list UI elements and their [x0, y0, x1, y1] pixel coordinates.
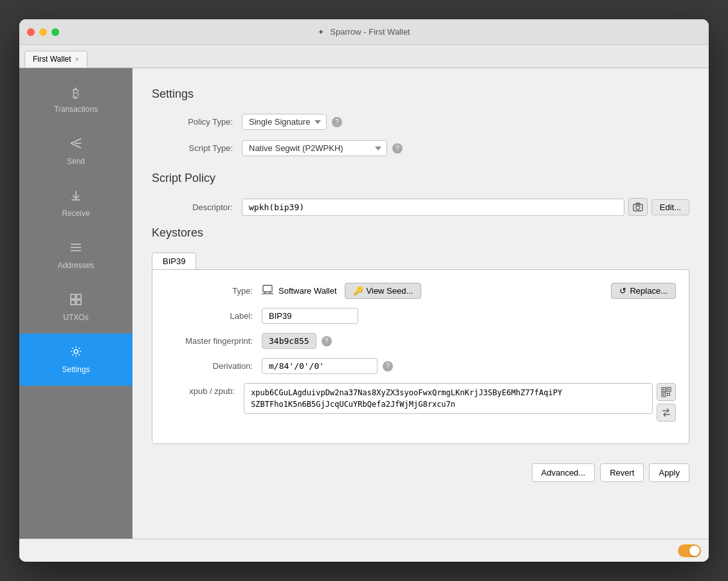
svg-line-0	[71, 139, 81, 143]
toggle-knob	[689, 546, 700, 556]
main-window: ✦ Sparrow - First Wallet First Wallet × …	[19, 19, 709, 562]
keystores-title: Keystores	[152, 226, 689, 240]
edit-button[interactable]: Edit...	[651, 199, 689, 215]
xpub-label: xpub / zpub:	[165, 383, 244, 396]
policy-type-row: Policy Type: Single Signature Multi Sign…	[152, 114, 689, 130]
revert-button[interactable]: Revert	[600, 463, 644, 482]
policy-type-control: Single Signature Multi Signature ?	[242, 114, 342, 130]
close-button[interactable]	[27, 28, 35, 36]
receive-icon	[69, 189, 82, 205]
replace-button[interactable]: ↺ Replace...	[611, 283, 676, 299]
sidebar-item-utxos[interactable]: UTXOs	[19, 282, 132, 334]
descriptor-row: Descriptor: Edit...	[152, 198, 689, 216]
software-wallet-label: Software Wallet	[278, 286, 337, 296]
sidebar-item-addresses[interactable]: Addresses	[19, 229, 132, 282]
keystore-panel: Type: Software Wallet	[152, 269, 689, 444]
content-area: Settings Policy Type: Single Signature M…	[132, 68, 709, 539]
fingerprint-label: Master fingerprint:	[165, 336, 262, 346]
footer-buttons: Advanced... Revert Apply	[152, 463, 689, 488]
key-icon: 🔑	[353, 286, 363, 296]
svg-rect-27	[667, 395, 668, 396]
svg-line-1	[71, 143, 81, 148]
script-type-control: Native Segwit (P2WPKH) Nested Segwit (P2…	[242, 140, 403, 156]
svg-rect-10	[71, 300, 75, 305]
label-input[interactable]	[262, 308, 358, 324]
bottom-bar	[19, 539, 709, 562]
script-type-label: Script Type:	[152, 143, 242, 153]
policy-type-help-icon[interactable]: ?	[332, 117, 342, 127]
script-policy-section: Script Policy Descriptor: Edit...	[152, 172, 689, 216]
label-row: Label:	[165, 308, 676, 324]
sidebar: ₿ Transactions Send	[19, 68, 132, 539]
descriptor-input[interactable]	[242, 199, 624, 216]
script-type-row: Script Type: Native Segwit (P2WPKH) Nest…	[152, 140, 689, 156]
tab-bar: First Wallet ×	[19, 45, 709, 68]
derivation-label: Derivation:	[165, 361, 262, 371]
script-type-help-icon[interactable]: ?	[392, 143, 403, 154]
keystores-section: Keystores BIP39 Type:	[152, 226, 689, 444]
derivation-help-icon[interactable]: ?	[383, 361, 393, 371]
svg-rect-11	[77, 300, 81, 305]
label-value	[262, 308, 358, 324]
addresses-icon	[69, 241, 82, 257]
main-content: ₿ Transactions Send	[19, 68, 709, 539]
window-title: ✦ Sparrow - First Wallet	[318, 27, 410, 37]
laptop-icon	[262, 285, 273, 298]
label-field-label: Label:	[165, 311, 262, 321]
sidebar-item-settings[interactable]: Settings	[19, 334, 132, 386]
svg-rect-23	[668, 389, 669, 390]
sidebar-item-receive[interactable]: Receive	[19, 177, 132, 229]
fingerprint-badge: 34b9c855	[262, 333, 316, 349]
xpub-textarea[interactable]: xpub6CGuLAgduivpDw2na37Nas8XyZX3syooFwxQ…	[244, 383, 653, 414]
maximize-button[interactable]	[51, 28, 59, 36]
policy-type-label: Policy Type:	[152, 117, 242, 127]
sidebar-item-send[interactable]: Send	[19, 125, 132, 177]
derivation-input[interactable]	[262, 358, 378, 374]
script-policy-title: Script Policy	[152, 172, 689, 185]
script-type-select[interactable]: Native Segwit (P2WPKH) Nested Segwit (P2…	[242, 140, 387, 156]
derivation-value: ?	[262, 358, 393, 374]
toggle-switch[interactable]	[678, 544, 701, 557]
svg-rect-8	[71, 294, 75, 299]
qr-code-icon-button[interactable]	[657, 383, 676, 401]
svg-rect-9	[77, 294, 81, 299]
send-icon	[69, 137, 82, 153]
settings-icon	[69, 345, 82, 361]
xpub-row: xpub / zpub: xpub6CGuLAgduivpDw2na37Nas8…	[165, 383, 676, 422]
sidebar-item-transactions[interactable]: ₿ Transactions	[19, 75, 132, 125]
minimize-button[interactable]	[39, 28, 47, 36]
convert-format-icon-button[interactable]	[657, 404, 676, 422]
svg-rect-24	[663, 394, 664, 395]
replace-icon: ↺	[619, 286, 626, 296]
tab-label: First Wallet	[33, 55, 71, 64]
fingerprint-help-icon[interactable]: ?	[322, 336, 332, 346]
advanced-button[interactable]: Advanced...	[532, 463, 596, 482]
derivation-row: Derivation: ?	[165, 358, 676, 374]
descriptor-control: Edit...	[242, 198, 689, 216]
svg-rect-22	[663, 389, 664, 390]
xpub-icon-buttons	[657, 383, 676, 422]
fingerprint-row: Master fingerprint: 34b9c855 ?	[165, 333, 676, 349]
settings-title: Settings	[152, 87, 689, 101]
type-label: Type:	[165, 286, 262, 296]
type-value: Software Wallet	[262, 285, 337, 298]
traffic-lights	[27, 28, 59, 36]
svg-rect-25	[667, 393, 668, 394]
apply-button[interactable]: Apply	[649, 463, 689, 482]
tab-close-icon[interactable]: ×	[75, 55, 79, 63]
bitcoin-icon: ₿	[73, 86, 79, 101]
utxos-icon	[69, 293, 82, 309]
svg-point-12	[74, 350, 78, 353]
wallet-tab[interactable]: First Wallet ×	[24, 51, 87, 67]
svg-point-14	[636, 206, 640, 210]
keystore-type-row: Type: Software Wallet	[165, 283, 676, 299]
policy-type-select[interactable]: Single Signature Multi Signature	[242, 114, 327, 130]
sparrow-icon: ✦	[318, 28, 324, 37]
view-seed-button[interactable]: 🔑 View Seed...	[345, 283, 422, 299]
keystore-tabs: BIP39	[152, 253, 689, 269]
svg-rect-28	[669, 395, 670, 396]
titlebar: ✦ Sparrow - First Wallet	[19, 19, 709, 45]
camera-icon-button[interactable]	[628, 198, 648, 216]
bip39-tab[interactable]: BIP39	[152, 253, 196, 269]
descriptor-label: Descriptor:	[152, 202, 242, 212]
